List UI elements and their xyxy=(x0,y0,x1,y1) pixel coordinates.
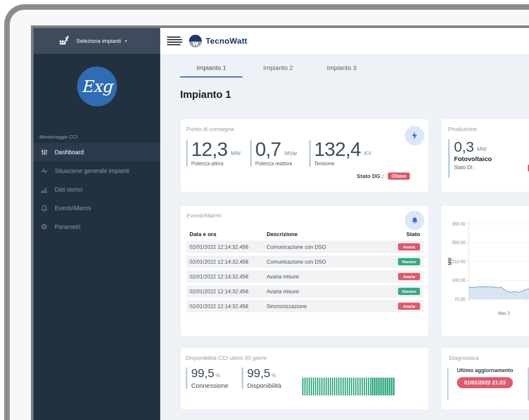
tab-impianto-1[interactable]: Impianto 1 xyxy=(180,64,242,78)
table-row: 02/01/2022 12:14:32.456 Avaria misure Ri… xyxy=(186,285,423,298)
production-metric: 0,3 MW Fotovoltaico Stato DI : xyxy=(448,139,492,178)
svg-text:MW: MW xyxy=(448,258,452,265)
svg-text:140.00: 140.00 xyxy=(452,278,465,283)
event-datetime: 02/01/2022 12:14:32.456 xyxy=(189,244,267,250)
metric-label: Tensione xyxy=(314,161,371,167)
metric-label: Potenza reattiva xyxy=(255,161,309,167)
last-update-label: Ultimo aggiornamento xyxy=(457,367,513,373)
page-title: Impianto 1 xyxy=(180,89,529,100)
sidebar-nav: Dashboard Situazione generale impianti D… xyxy=(33,143,160,236)
event-datetime: 02/01/2022 12:14:32.456 xyxy=(189,289,267,295)
dg-status-badge: Chiuso xyxy=(388,172,410,180)
table-row: 02/01/2022 12:14:32.456 Comunicazione co… xyxy=(186,256,423,268)
metric-unit: MW xyxy=(477,146,487,152)
chevron-down-icon: ▾ xyxy=(125,39,127,43)
metric-label: Potenza attiva xyxy=(191,161,250,167)
sidebar-item-label: Eventi/Allarmi xyxy=(55,205,91,211)
metric-unit: KV xyxy=(364,150,371,156)
metric-unit: MVar xyxy=(284,150,297,156)
metric-connessione: 99,5 % Connessione xyxy=(186,367,242,389)
metric-disponibilita: 99,5 % Disponibilità xyxy=(242,367,281,389)
menu-icon[interactable] xyxy=(167,36,182,47)
plant-tabs: Impianto 1 Impianto 2 Impianto 3 xyxy=(180,64,529,78)
metric-value: 0,3 xyxy=(454,139,474,154)
event-description: Avaria misure xyxy=(267,274,393,280)
di-status-label: Stato DI : xyxy=(454,164,492,170)
sidebar-item-label: Dashboard xyxy=(55,149,84,156)
dg-status: Stato DG : Chiuso xyxy=(357,172,410,180)
event-status-cell: Avaria xyxy=(393,273,420,280)
event-datetime: 02/01/2022 12:14:32.456 xyxy=(189,303,267,309)
card-punto-di-consegna: Punto di consegna 12,3 MW Potenza attiva xyxy=(180,119,429,192)
last-update-badge: 01/01/2022 21:23 xyxy=(457,377,513,388)
sidebar-item-label: Situazione generale impianti xyxy=(55,167,129,174)
svg-text:280.00: 280.00 xyxy=(452,240,465,245)
brand-logo: W TecnoWatt xyxy=(189,35,248,47)
table-row: 02/01/2022 12:14:32.456 Avaria misure Av… xyxy=(186,270,423,283)
sidebar-item-dashboard[interactable]: Dashboard xyxy=(33,143,160,161)
column-header: Stato xyxy=(393,231,420,237)
metric-value: 12,3 xyxy=(191,140,228,159)
bar-chart-icon xyxy=(40,186,48,193)
metric-potenza-attiva: 12,3 MW Potenza attiva xyxy=(186,140,250,167)
plant-selector-label: Seleziona impianti xyxy=(76,38,121,44)
lightning-icon xyxy=(405,126,424,145)
event-status-cell: Avaria xyxy=(393,303,420,310)
sidebar-item-label: Parametri xyxy=(55,223,81,230)
column-header: Data e ora xyxy=(189,231,267,237)
event-description: Sincronizzazione xyxy=(267,303,393,309)
production-source: Fotovoltaico xyxy=(454,155,492,162)
metric-unit: % xyxy=(272,373,276,378)
status-badge: Rientro xyxy=(398,288,420,295)
top-header: W TecnoWatt xyxy=(160,28,529,54)
sidebar-item-eventi-allarmi[interactable]: Eventi/Allarmi xyxy=(33,199,160,217)
card-title: Disponibilità CCI ultimi 30 giorni xyxy=(186,355,267,361)
svg-text:210.00: 210.00 xyxy=(452,259,465,264)
metric-unit: % xyxy=(216,373,220,378)
sidebar-item-dati-storici[interactable]: Dati storici xyxy=(33,180,160,199)
metric-value: 0,7 xyxy=(255,140,281,159)
card-production-chart: 350.00280.00210.00140.0070.00MWMar 2 xyxy=(441,205,529,337)
bell-icon xyxy=(40,204,48,212)
screenshot-canvas: Seleziona impianti ▾ Exg Monitoraggio CC… xyxy=(0,0,529,420)
metric-tensione: 132,4 KV Tensione xyxy=(309,140,371,167)
column-header: Descrizione xyxy=(267,231,393,237)
sidebar-section-label: Monitoraggio CCI xyxy=(39,134,160,139)
event-datetime: 02/01/2022 12:14:32.456 xyxy=(189,274,267,280)
company-logo: Exg xyxy=(77,67,117,106)
brand-name: TecnoWatt xyxy=(206,36,248,46)
metric-label: Disponibilità xyxy=(247,382,281,389)
event-datetime: 02/01/2022 12:14:32.456 xyxy=(189,259,267,265)
event-status-cell: Avaria xyxy=(393,243,420,250)
event-status-cell: Rientro xyxy=(393,258,420,265)
card-title: Produzione xyxy=(448,126,477,132)
card-disponibilita: Disponibilità CCI ultimi 30 giorni 99,5 … xyxy=(180,348,429,410)
gear-icon: ⚙ xyxy=(40,223,48,231)
table-row: 02/01/2022 12:14:32.456 Comunicazione co… xyxy=(186,241,423,253)
tab-impianto-2[interactable]: Impianto 2 xyxy=(250,64,306,78)
event-description: Comunicazione con DSO xyxy=(267,244,393,250)
production-chart: 350.00280.00210.00140.0070.00MWMar 2 xyxy=(441,206,529,336)
event-description: Comunicazione con DSO xyxy=(267,259,393,265)
svg-text:350.00: 350.00 xyxy=(452,221,465,226)
app-window: Seleziona impianti ▾ Exg Monitoraggio CC… xyxy=(31,25,529,420)
metric-value: 99,5 xyxy=(191,367,214,379)
card-eventi-allarmi: Eventi/Allarmi Data e ora Descrizione St… xyxy=(180,205,429,337)
plant-selector[interactable]: Seleziona impianti ▾ xyxy=(33,28,160,54)
status-badge: Avaria xyxy=(398,273,420,280)
metric-value: 132,4 xyxy=(314,140,361,159)
sidebar: Seleziona impianti ▾ Exg Monitoraggio CC… xyxy=(33,28,160,420)
sidebar-item-situazione[interactable]: Situazione generale impianti xyxy=(33,161,160,180)
tab-impianto-3[interactable]: Impianto 3 xyxy=(314,64,370,78)
metric-value: 99,5 xyxy=(247,367,270,379)
events-table-header: Data e ora Descrizione Stato xyxy=(186,230,423,238)
sidebar-item-parametri[interactable]: ⚙ Parametri xyxy=(33,217,160,236)
events-rows: 02/01/2022 12:14:32.456 Comunicazione co… xyxy=(186,241,423,312)
status-badge: Rientro xyxy=(398,258,420,265)
dg-status-label: Stato DG : xyxy=(357,173,384,179)
svg-text:70.00: 70.00 xyxy=(454,297,465,302)
events-table: Data e ora Descrizione Stato 02/01/2022 … xyxy=(186,230,423,312)
metric-potenza-reattiva: 0,7 MVar Potenza reattiva xyxy=(250,140,309,167)
status-badge: Avaria xyxy=(398,303,420,310)
table-row: 02/01/2022 12:14:32.456 Sincronizzazione… xyxy=(186,300,423,312)
